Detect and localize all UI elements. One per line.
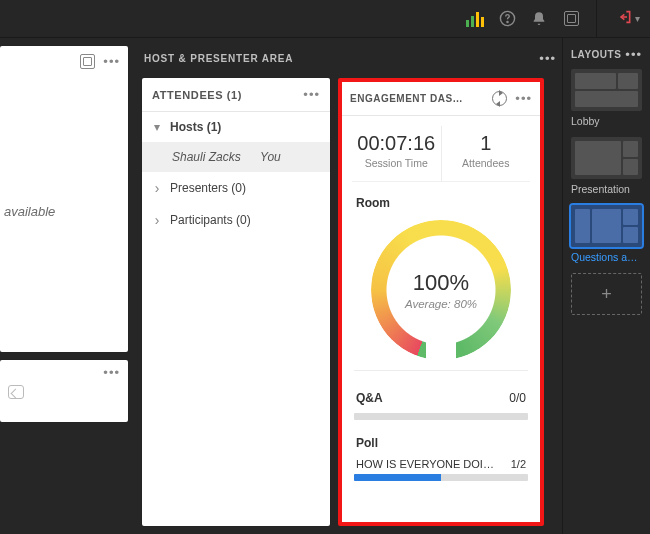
poll-count: 1/2 <box>511 458 526 470</box>
attendees-group-hosts[interactable]: Hosts (1) Shauli Zacks You <box>142 112 330 172</box>
poll-question: HOW IS EVERYONE DOING … <box>356 458 496 470</box>
host-presenter-label: HOST & PRESENTER AREA <box>144 53 293 64</box>
layout-thumb-lobby[interactable] <box>571 69 642 111</box>
engagement-percent: 100% <box>413 270 469 296</box>
attendees-group-presenters[interactable]: Presenters (0) <box>142 172 330 204</box>
group-label: Participants (0) <box>170 213 251 227</box>
chevron-right-icon <box>152 212 162 228</box>
group-label: Presenters (0) <box>170 181 246 195</box>
help-icon[interactable] <box>498 10 516 28</box>
share-placeholder-text: available <box>4 204 55 219</box>
divider <box>596 0 597 38</box>
engagement-average: Average: 80% <box>405 298 477 310</box>
more-icon[interactable]: ••• <box>515 92 532 105</box>
more-icon[interactable]: ••• <box>539 52 556 65</box>
share-pod: ••• available <box>0 46 128 352</box>
layouts-title: LAYOUTS <box>571 49 621 60</box>
more-icon[interactable]: ••• <box>303 88 320 101</box>
attendees-count-value: 1 <box>444 132 529 155</box>
refresh-icon[interactable] <box>492 91 507 106</box>
group-label: Hosts (1) <box>170 120 221 134</box>
room-section-title: Room <box>342 182 540 214</box>
fullscreen-icon[interactable] <box>562 10 580 28</box>
svg-point-1 <box>506 21 507 22</box>
left-pods-column: ••• available ••• <box>0 38 136 534</box>
stats-row: 00:07:16 Session Time 1 Attendees <box>352 126 530 182</box>
top-toolbar: ▾ <box>0 0 650 38</box>
session-time-label: Session Time <box>354 157 439 169</box>
attendees-count-cell: 1 Attendees <box>442 126 531 181</box>
chevron-right-icon <box>152 180 162 196</box>
add-layout-button[interactable]: + <box>571 273 642 315</box>
more-icon[interactable]: ••• <box>103 366 120 379</box>
layout-label: Presentation <box>571 183 642 195</box>
bell-icon[interactable] <box>530 10 548 28</box>
more-icon[interactable]: ••• <box>103 55 120 68</box>
divider <box>354 370 528 371</box>
engagement-dashboard: ENGAGEMENT DASHBO… ••• 00:07:16 Session … <box>342 82 540 522</box>
attendees-panel: ATTENDEES (1) ••• Hosts (1) Shauli Zacks… <box>142 78 330 526</box>
session-time-cell: 00:07:16 Session Time <box>352 126 442 181</box>
attendees-group-participants[interactable]: Participants (0) <box>142 204 330 236</box>
attendee-name: Shauli Zacks <box>172 150 241 164</box>
engagement-dashboard-highlight: ENGAGEMENT DASHBO… ••• 00:07:16 Session … <box>338 78 544 526</box>
reply-icon[interactable] <box>8 385 24 399</box>
attendees-title: ATTENDEES (1) <box>152 89 242 101</box>
fullscreen-icon[interactable] <box>80 54 95 69</box>
host-presenter-header: HOST & PRESENTER AREA ••• <box>142 46 562 70</box>
layout-label: Lobby <box>571 115 642 127</box>
qa-progress-bar <box>354 413 528 420</box>
poll-section-title: Poll <box>342 430 540 454</box>
attendee-row[interactable]: Shauli Zacks You <box>142 142 330 172</box>
chat-pod: ••• <box>0 360 128 422</box>
dashboard-title: ENGAGEMENT DASHBO… <box>350 93 470 104</box>
chevron-down-icon <box>152 120 162 134</box>
plus-icon: + <box>601 284 612 305</box>
engagement-gauge: 100% Average: 80% <box>371 220 511 360</box>
chart-bars-icon[interactable] <box>466 10 484 28</box>
session-time-value: 00:07:16 <box>354 132 439 155</box>
exit-icon <box>617 9 633 29</box>
layouts-sidebar: LAYOUTS ••• Lobby Presentation Questions… <box>562 38 650 534</box>
qa-count: 0/0 <box>509 391 526 405</box>
more-icon[interactable]: ••• <box>625 48 642 61</box>
chevron-down-icon: ▾ <box>635 13 640 24</box>
poll-question-row: HOW IS EVERYONE DOING … 1/2 <box>342 454 540 470</box>
qa-section-title: Q&A 0/0 <box>342 377 540 409</box>
layout-thumb-presentation[interactable] <box>571 137 642 179</box>
exit-button[interactable]: ▾ <box>613 9 644 29</box>
poll-progress-bar <box>354 474 528 481</box>
attendee-you-label: You <box>260 150 281 164</box>
layout-thumb-questions[interactable] <box>571 205 642 247</box>
layout-label: Questions and… <box>571 251 642 263</box>
attendees-count-label: Attendees <box>444 157 529 169</box>
